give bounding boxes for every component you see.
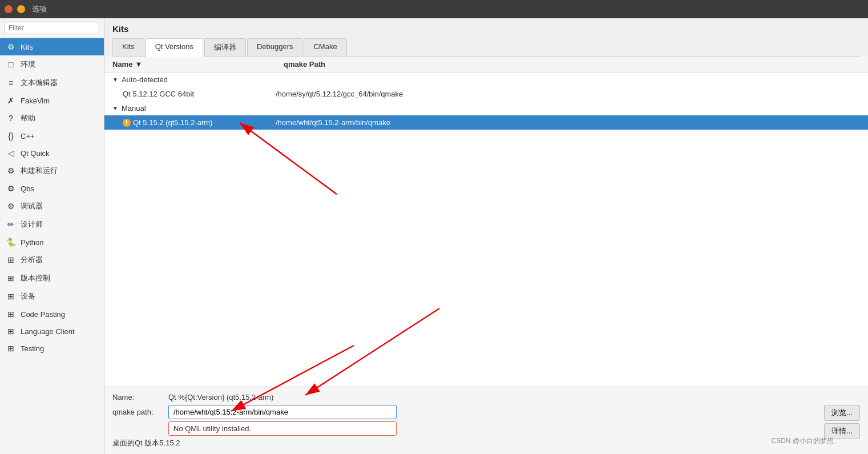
manual-arrow: ▼ xyxy=(112,105,118,111)
name-row: Name: Qt %{Qt:Version} (qt5.15.2-arm) xyxy=(112,393,860,401)
sidebar-label-debugger: 调试器 xyxy=(21,201,43,211)
filter-input[interactable] xyxy=(5,22,99,34)
manual-label: Manual xyxy=(122,104,146,113)
tab-debuggers[interactable]: Debuggers xyxy=(247,38,303,56)
minimize-button[interactable] xyxy=(17,5,25,13)
sidebar-label-kits: Kits xyxy=(21,43,33,51)
fakevim-icon: ✗ xyxy=(6,96,16,105)
qbs-icon: ⚙ xyxy=(6,184,16,193)
tab-bar: KitsQt Versions编译器DebuggersCMake xyxy=(112,38,860,57)
version-control-icon: ⊞ xyxy=(6,274,16,283)
tab-qt-versions[interactable]: Qt Versions xyxy=(146,38,203,57)
manual-header[interactable]: ▼ Manual xyxy=(104,101,868,115)
sidebar-item-testing[interactable]: ⊞Testing xyxy=(0,340,104,357)
sidebar-label-cpp: C++ xyxy=(21,132,35,140)
sidebar-filter-area xyxy=(0,18,104,38)
sidebar-label-version-control: 版本控制 xyxy=(21,273,50,283)
close-button[interactable] xyxy=(5,5,13,13)
sidebar-item-fakevim[interactable]: ✗FakeVim xyxy=(0,92,104,109)
watermark: CSDN @小白的梦想 xyxy=(771,436,834,446)
sidebar-label-fakevim: FakeVim xyxy=(21,97,50,105)
help-icon: ? xyxy=(6,114,16,123)
sidebar-item-devices[interactable]: ⊞设备 xyxy=(0,287,104,306)
code-pasting-icon: ⊞ xyxy=(6,310,16,319)
tab-compilers[interactable]: 编译器 xyxy=(204,38,246,56)
python-icon: 🐍 xyxy=(6,238,16,247)
devices-icon: ⊞ xyxy=(6,292,16,301)
text-editor-icon: ≡ xyxy=(6,78,16,87)
auto-detected-section: ▼ Auto-detected Qt 5.12.12 GCC 64bit /ho… xyxy=(104,73,868,101)
sidebar-item-version-control[interactable]: ⊞版本控制 xyxy=(0,269,104,287)
sidebar-item-qbs[interactable]: ⚙Qbs xyxy=(0,180,104,197)
sidebar-label-code-pasting: Code Pasting xyxy=(21,310,65,319)
qmake-path-input[interactable] xyxy=(168,405,397,419)
tab-kits[interactable]: Kits xyxy=(112,38,144,56)
window-title: 选项 xyxy=(32,4,47,14)
sidebar-items-list: ⚙Kits□环境≡文本编辑器✗FakeVim?帮助{}C++◁Qt Quick⚙… xyxy=(0,38,104,357)
build-run-icon: ⚙ xyxy=(6,166,16,175)
qmake-path-row: qmake path: xyxy=(112,405,810,419)
sidebar-item-analyzer[interactable]: ⊞分析器 xyxy=(0,251,104,269)
sidebar-label-help: 帮助 xyxy=(21,113,35,123)
analyzer-icon: ⊞ xyxy=(6,255,16,264)
table-body: ▼ Auto-detected Qt 5.12.12 GCC 64bit /ho… xyxy=(104,73,868,387)
sidebar-label-build-run: 构建和运行 xyxy=(21,166,58,176)
page-title: Kits xyxy=(112,24,860,34)
table-header: Name ▼ qmake Path xyxy=(104,57,868,73)
sidebar-label-qt-quick: Qt Quick xyxy=(21,149,50,158)
sidebar-item-qt-quick[interactable]: ◁Qt Quick xyxy=(0,144,104,162)
sidebar-item-text-editor[interactable]: ≡文本编辑器 xyxy=(0,74,104,92)
sidebar-label-analyzer: 分析器 xyxy=(21,255,43,265)
title-bar: 选项 xyxy=(0,0,868,18)
sidebar-item-help[interactable]: ?帮助 xyxy=(0,109,104,127)
sidebar-item-designer[interactable]: ✏设计师 xyxy=(0,215,104,234)
qt-version-row: 桌面的Qt 版本5.15.2 xyxy=(112,438,810,448)
qt-version-label: 桌面的Qt 版本5.15.2 xyxy=(112,438,180,448)
sidebar-label-text-editor: 文本编辑器 xyxy=(21,78,58,88)
qt-5-12-row[interactable]: Qt 5.12.12 GCC 64bit /home/sy/qt/5.12.12… xyxy=(104,87,868,101)
col-name-header: Name ▼ xyxy=(112,60,284,69)
qt-5-15-path: /home/wht/qt5.15.2-arm/bin/qmake xyxy=(276,118,860,127)
manual-section: ▼ Manual ! Qt 5.15.2 (qt5.15.2-arm) /hom… xyxy=(104,101,868,130)
environment-icon: □ xyxy=(6,60,16,69)
sidebar-item-debugger[interactable]: ⚙调试器 xyxy=(0,197,104,215)
auto-detected-header[interactable]: ▼ Auto-detected xyxy=(104,73,868,87)
qmake-path-label: qmake path: xyxy=(112,408,164,416)
language-client-icon: ⊞ xyxy=(6,327,16,336)
col-path-header: qmake Path xyxy=(284,60,860,69)
cpp-icon: {} xyxy=(6,131,16,140)
sidebar-label-qbs: Qbs xyxy=(21,184,34,193)
sidebar-label-language-client: Language Client xyxy=(21,327,75,336)
sidebar-item-cpp[interactable]: {}C++ xyxy=(0,127,104,144)
sidebar-item-build-run[interactable]: ⚙构建和运行 xyxy=(0,162,104,180)
name-value: Qt %{Qt:Version} (qt5.15.2-arm) xyxy=(168,393,273,401)
content-header: Kits KitsQt Versions编译器DebuggersCMake xyxy=(104,18,868,57)
testing-icon: ⊞ xyxy=(6,344,16,353)
qt-5-15-row[interactable]: ! Qt 5.15.2 (qt5.15.2-arm) /home/wht/qt5… xyxy=(104,115,868,130)
designer-icon: ✏ xyxy=(6,220,16,229)
qt-quick-icon: ◁ xyxy=(6,148,16,158)
sidebar-item-kits[interactable]: ⚙Kits xyxy=(0,38,104,55)
sidebar-item-code-pasting[interactable]: ⊞Code Pasting xyxy=(0,306,104,323)
sidebar-label-devices: 设备 xyxy=(21,291,35,302)
debugger-icon: ⚙ xyxy=(6,202,16,211)
sidebar-item-environment[interactable]: □环境 xyxy=(0,55,104,74)
kits-icon: ⚙ xyxy=(6,42,16,51)
qt-5-15-name: ! Qt 5.15.2 (qt5.15.2-arm) xyxy=(123,118,276,127)
sidebar: ⚙Kits□环境≡文本编辑器✗FakeVim?帮助{}C++◁Qt Quick⚙… xyxy=(0,18,104,454)
browse-button[interactable]: 浏览... xyxy=(824,405,860,421)
warning-icon: ! xyxy=(123,119,131,127)
sidebar-label-designer: 设计师 xyxy=(21,219,43,230)
bottom-panel: Name: Qt %{Qt:Version} (qt5.15.2-arm) qm… xyxy=(104,387,868,454)
main-panel: Name ▼ qmake Path ▼ Auto-detected Qt 5.1… xyxy=(104,57,868,454)
tab-cmake[interactable]: CMake xyxy=(304,38,346,56)
sidebar-item-language-client[interactable]: ⊞Language Client xyxy=(0,323,104,340)
sidebar-label-environment: 环境 xyxy=(21,59,35,70)
warning-text: No QML utility installed. xyxy=(173,424,251,433)
sidebar-item-python[interactable]: 🐍Python xyxy=(0,234,104,251)
qt-5-12-name: Qt 5.12.12 GCC 64bit xyxy=(123,90,276,98)
sidebar-label-python: Python xyxy=(21,238,43,247)
main-window: ⚙Kits□环境≡文本编辑器✗FakeVim?帮助{}C++◁Qt Quick⚙… xyxy=(0,18,868,454)
warning-box: No QML utility installed. xyxy=(168,421,397,436)
bottom-form-area: qmake path: No QML utility installed. 桌面… xyxy=(112,405,810,448)
